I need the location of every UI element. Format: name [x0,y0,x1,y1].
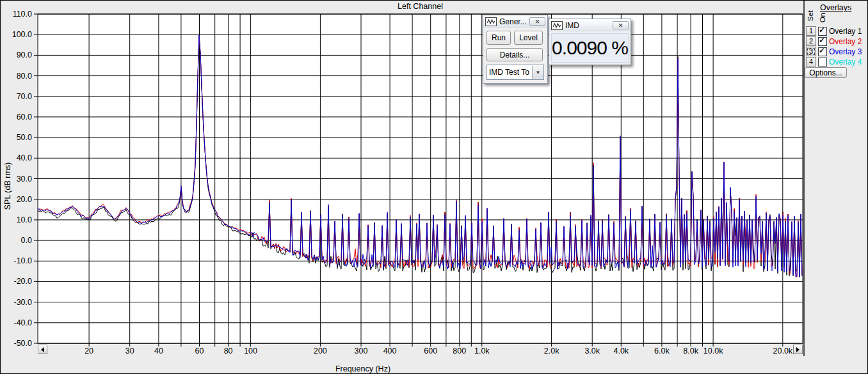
y-tick-label: -10.0 [14,256,33,265]
overlay-3-label: Overlay 3 [829,47,862,56]
x-tick-label: 60 [195,347,204,355]
on-column-label: On [819,13,826,22]
y-tick-label: 70.0 [17,92,32,101]
set-overlay-3-button[interactable]: 3 [806,47,816,56]
close-icon[interactable]: ✕ [529,17,545,26]
imd-title: IMD [565,21,579,30]
spectrum-plot: 110.0100.090.080.070.060.050.040.030.020… [1,1,807,374]
set-overlay-1-button[interactable]: 1 [806,26,816,36]
y-axis-label: SPL (dB rms) [3,157,12,215]
x-tick-label: 30 [125,347,134,355]
details-button[interactable]: Details... [486,48,543,61]
y-tick-label: 110.0 [13,10,32,19]
generator-title: Gener... [499,17,527,26]
overlay-row: 2 ✓ Overlay 2 [806,36,862,46]
x-tick-label: 80 [224,347,233,355]
x-tick-label: 10.0k [703,347,723,355]
overlays-panel: Overlays Set On 1 ✓ Overlay 1 2 ✓ Overla… [805,1,868,374]
scroll-right-button[interactable] [793,345,803,354]
overlay-4-label: Overlay 4 [829,58,862,66]
x-axis-label: Frequency (Hz) [286,364,440,373]
imd-titlebar[interactable]: IMD ✕ [549,19,631,31]
signal-type-value: IMD Test To [487,68,532,77]
y-tick-label: 40.0 [17,153,32,162]
y-tick-label: -20.0 [14,277,33,286]
y-tick-label: 50.0 [17,133,32,142]
generator-window: Gener... ✕ Run Level Details... IMD Test… [483,15,548,84]
chevron-down-icon[interactable]: ▼ [532,66,543,79]
scroll-right-icon [796,347,800,352]
x-tick-label: 600 [424,347,437,355]
set-overlay-4-button[interactable]: 4 [806,57,816,66]
y-tick-label: 90.0 [17,51,32,59]
y-tick-label: -30.0 [14,298,33,307]
x-tick-label: 300 [355,347,368,355]
scroll-left-button[interactable] [38,345,47,354]
x-tick-label: 3.0k [584,347,600,355]
overlay-3-checkbox[interactable]: ✓ [818,47,827,56]
imd-readout: 0.0090 % [551,33,629,63]
check-icon: ✓ [819,36,825,45]
check-icon: ✓ [819,26,825,35]
overlay-row: 3 ✓ Overlay 3 [806,47,862,56]
overlay-1-label: Overlay 1 [829,27,862,36]
set-column-label: Set [807,10,814,21]
waveform-icon [485,17,497,26]
x-tick-label: 40 [154,347,163,355]
imd-value: 0.0090 % [552,37,628,59]
overlay-2-label: Overlay 2 [829,37,862,46]
x-tick-label: 2.0k [544,347,559,355]
options-button[interactable]: Options... [805,67,847,78]
x-tick-label: 800 [453,347,466,355]
x-tick-label: 20.0k [773,347,793,355]
x-tick-label: 400 [383,347,397,355]
y-tick-label: 80.0 [17,72,32,81]
generator-titlebar[interactable]: Gener... ✕ [483,15,547,27]
level-button[interactable]: Level [514,31,543,45]
overlays-heading[interactable]: Overlays [820,3,851,12]
y-tick-label: 0.0 [21,236,32,245]
y-tick-label: 10.0 [17,215,32,224]
check-icon: ✓ [819,46,825,55]
close-icon[interactable]: ✕ [613,21,629,29]
app-window: { "title": "Left Channel", "axes": { "yl… [0,0,868,374]
scroll-left-icon [41,347,44,352]
overlay-4-checkbox[interactable]: ✓ [818,58,827,66]
waveform-icon [551,21,563,30]
y-tick-label: -50.0 [14,339,33,348]
y-tick-label: 60.0 [17,113,32,121]
x-tick-label: 100 [244,347,257,355]
x-tick-label: 20 [84,347,93,355]
signal-type-dropdown[interactable]: IMD Test To ▼ [486,65,544,80]
x-tick-label: 6.0k [654,347,670,355]
set-overlay-2-button[interactable]: 2 [806,36,816,46]
x-tick-label: 1.0k [474,347,490,355]
run-button[interactable]: Run [486,31,511,45]
page-title: Left Channel [38,2,803,11]
overlay-row: 1 ✓ Overlay 1 [806,26,862,36]
x-tick-label: 200 [314,347,327,355]
y-tick-label: -40.0 [14,318,33,327]
overlay-2-checkbox[interactable]: ✓ [818,37,827,46]
imd-window: IMD ✕ 0.0090 % [549,19,631,65]
x-tick-label: 8.0k [683,347,698,355]
y-tick-label: 30.0 [17,175,32,183]
y-tick-label: 100.0 [12,30,32,39]
overlay-row: 4 ✓ Overlay 4 [806,57,862,66]
y-tick-label: 20.0 [17,195,32,204]
overlay-1-checkbox[interactable]: ✓ [818,27,827,36]
x-tick-label: 4.0k [613,347,629,355]
